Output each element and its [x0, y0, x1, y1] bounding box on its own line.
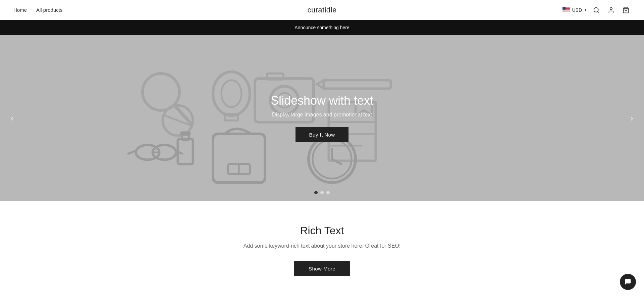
svg-rect-5	[562, 10, 570, 11]
svg-line-9	[598, 11, 599, 12]
slideshow-prev-button[interactable]: ‹	[7, 109, 18, 128]
svg-rect-16	[225, 114, 238, 120]
cart-button[interactable]	[621, 5, 631, 15]
search-icon	[593, 7, 600, 13]
user-icon	[608, 7, 614, 13]
currency-code: USD	[572, 7, 582, 13]
nav-all-products[interactable]: All products	[36, 7, 62, 13]
svg-point-14	[213, 72, 250, 115]
slide-dot-2[interactable]	[320, 191, 324, 194]
svg-rect-21	[324, 80, 391, 89]
svg-rect-20	[267, 73, 283, 80]
header-nav: Home All products	[13, 7, 62, 13]
nav-home[interactable]: Home	[13, 7, 27, 13]
slide-dot-1[interactable]	[314, 191, 318, 194]
search-button[interactable]	[592, 5, 601, 15]
site-logo: curatidle	[307, 6, 336, 14]
buy-it-now-button[interactable]: Buy It Now	[296, 127, 348, 142]
svg-rect-7	[562, 7, 566, 10]
slideshow-title: Slideshow with text	[271, 94, 373, 108]
svg-marker-22	[317, 80, 324, 89]
chat-widget[interactable]	[620, 274, 636, 290]
announcement-bar: Announce something here	[0, 20, 644, 35]
cart-icon	[623, 7, 629, 13]
svg-rect-6	[562, 11, 570, 12]
account-button[interactable]	[606, 5, 616, 15]
flag-icon	[562, 7, 570, 13]
header-actions: USD ▾	[562, 5, 631, 15]
slideshow-dots	[314, 191, 330, 194]
slideshow: ‹ Slideshow with text Display large imag…	[0, 35, 644, 201]
show-more-button[interactable]: Show More	[294, 261, 350, 276]
svg-point-8	[594, 7, 598, 12]
svg-line-31	[127, 151, 136, 154]
slideshow-subtitle: Display large images and promotional tex…	[271, 112, 373, 118]
chevron-right-icon: ›	[630, 113, 633, 123]
svg-rect-4	[562, 10, 570, 10]
slideshow-content: Slideshow with text Display large images…	[271, 94, 373, 142]
currency-chevron-icon: ▾	[585, 8, 586, 12]
rich-text-title: Rich Text	[13, 225, 631, 237]
svg-point-15	[221, 80, 241, 107]
site-header: Home All products curatidle USD ▾	[0, 0, 644, 20]
chevron-left-icon: ‹	[11, 113, 14, 123]
rich-text-section: Rich Text Add some keyword-rich text abo…	[0, 201, 644, 296]
announcement-text: Announce something here	[294, 25, 349, 30]
rich-text-body: Add some keyword-rich text about your st…	[13, 243, 631, 249]
svg-rect-37	[213, 134, 265, 183]
svg-point-10	[610, 7, 612, 10]
svg-rect-34	[178, 139, 193, 164]
slide-dot-3[interactable]	[326, 191, 330, 194]
chat-icon	[624, 278, 632, 286]
slideshow-next-button[interactable]: ›	[626, 109, 637, 128]
currency-selector[interactable]: USD ▾	[562, 7, 586, 13]
